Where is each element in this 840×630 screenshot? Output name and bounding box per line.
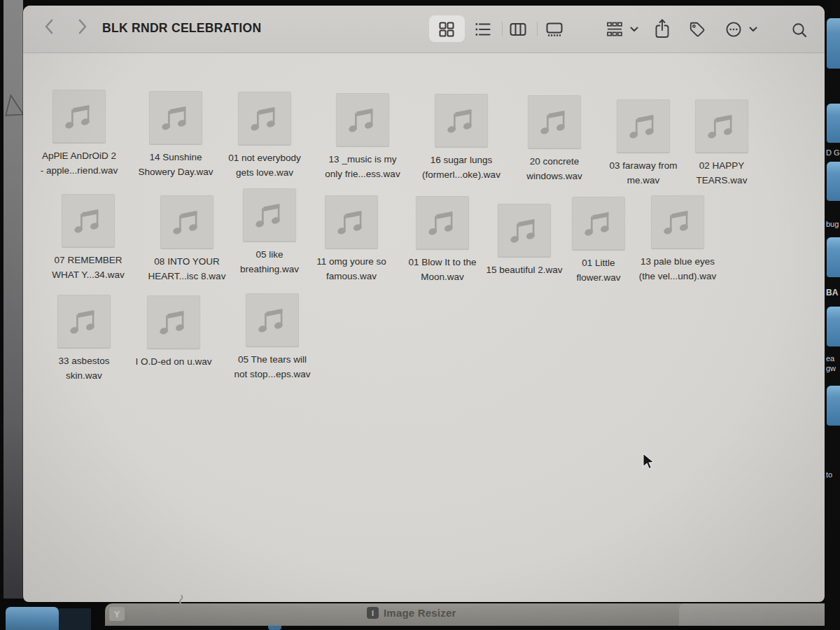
file-item[interactable]: 20 concrete windows.wav: [528, 95, 581, 148]
gallery-view-icon: [545, 20, 564, 38]
music-note-icon: [538, 108, 570, 136]
search-button[interactable]: [790, 21, 808, 39]
column-view-button[interactable]: [509, 20, 527, 38]
gallery-view-button[interactable]: [545, 20, 564, 38]
window-title: BLK RNDR CELEBRATION: [102, 21, 261, 36]
audio-file-icon: [238, 92, 291, 145]
chevron-down-icon[interactable]: [630, 27, 638, 32]
more-button[interactable]: [724, 20, 743, 38]
file-item[interactable]: 16 sugar lungs (formerl...oke).wav: [435, 94, 488, 147]
badge-y[interactable]: Y: [109, 607, 125, 621]
music-note-icon: [248, 104, 281, 132]
file-item[interactable]: I O.D-ed on u.wav: [147, 295, 200, 349]
background-app-bar[interactable]: Y I Image Resizer: [105, 603, 840, 626]
file-item[interactable]: 33 asbestos skin.wav: [57, 295, 111, 348]
file-item[interactable]: 08 INTO YOUR HEART...isc 8.wav: [160, 195, 214, 248]
chevron-down-icon[interactable]: [749, 27, 757, 32]
list-view-button[interactable]: [474, 20, 492, 38]
file-item[interactable]: 14 Sunshine Showery Day.wav: [149, 91, 202, 144]
folder-label-fragment: ea: [826, 354, 834, 363]
music-note-icon: [335, 208, 368, 236]
audio-file-icon: [528, 95, 581, 148]
audio-file-icon: [572, 197, 625, 250]
audio-file-icon: [617, 99, 670, 153]
audio-file-icon: [62, 194, 115, 247]
file-item[interactable]: 13 pale blue eyes (the vel...und).wav: [651, 195, 704, 248]
grid-view-icon: [438, 20, 456, 38]
finder-window: BLK RNDR CELEBRATION: [23, 6, 825, 602]
group-button[interactable]: [606, 20, 624, 38]
file-item[interactable]: 11 omg youre so famous.wav: [325, 195, 378, 248]
file-item[interactable]: 05 The tears will not stop...eps.wav: [246, 293, 299, 346]
tag-icon: [688, 20, 706, 38]
triangle-mark-icon: [1, 92, 24, 120]
desktop-folder-icon[interactable]: [827, 307, 840, 346]
music-note-icon: [256, 306, 288, 334]
folder-label-fragment: BA: [826, 288, 838, 298]
file-item[interactable]: 13 _music is my only frie...ess.wav: [336, 93, 389, 146]
file-item[interactable]: ApPlE AnDrOiD 2 - apple...riend.wav: [52, 90, 106, 143]
background-window-dark: [59, 608, 91, 630]
file-item[interactable]: 15 beautiful 2.wav: [498, 204, 551, 257]
folder-label-fragment: D G: [826, 148, 840, 158]
music-note-icon: [662, 208, 694, 236]
image-resizer-label: Image Resizer: [384, 607, 456, 619]
forward-button[interactable]: [72, 17, 92, 36]
desktop-folder-icon[interactable]: [827, 162, 840, 201]
desktop-bottom-area: Y I Image Resizer: [0, 598, 840, 630]
audio-file-icon: [695, 99, 748, 153]
ellipsis-circle-icon: [724, 20, 743, 38]
music-note-icon: [508, 216, 540, 244]
audio-file-icon: [149, 91, 202, 144]
music-note-icon: [706, 112, 738, 140]
group-icon: [606, 20, 624, 38]
file-name: 13 pale blue eyes (the vel...und).wav: [612, 254, 743, 284]
photographed-screen: Y I Image Resizer D G bug BA ea gw to: [0, 0, 840, 630]
music-note-icon: [171, 208, 203, 236]
music-note-icon: [253, 201, 286, 229]
music-note-icon: [158, 308, 190, 336]
desktop-right-edge: D G bug BA ea gw to: [825, 0, 840, 630]
audio-file-icon: [52, 90, 106, 143]
tags-button[interactable]: [688, 20, 706, 38]
list-view-icon: [474, 20, 492, 38]
music-note-icon: [582, 209, 615, 237]
toolbar-separator: [537, 22, 538, 36]
file-item[interactable]: 02 HAPPY TEARS.wav: [695, 99, 748, 153]
background-app-bar-light-segment: [679, 603, 840, 626]
share-button[interactable]: [653, 18, 671, 40]
file-item[interactable]: 05 like breathing.wav: [243, 188, 296, 241]
file-item[interactable]: 01 Little flower.wav: [572, 197, 625, 250]
icon-view-button[interactable]: [438, 20, 456, 38]
file-item[interactable]: 01 Blow It to the Moon.wav: [416, 196, 469, 249]
background-window-blue[interactable]: [6, 607, 59, 630]
mouse-cursor-icon: [642, 453, 659, 471]
image-resizer-tab[interactable]: I Image Resizer: [367, 607, 456, 619]
file-item[interactable]: 07 REMEMBER WHAT Y...34.wav: [62, 194, 115, 247]
screen-scratch-mark: [175, 594, 189, 608]
image-resizer-icon: I: [367, 607, 379, 619]
file-item[interactable]: 03 faraway from me.wav: [617, 99, 670, 153]
music-note-icon: [63, 102, 95, 130]
audio-file-icon: [57, 295, 111, 348]
chevron-left-icon: [46, 20, 52, 33]
file-item[interactable]: 01 not everybody gets love.wav: [238, 92, 291, 145]
back-button[interactable]: [40, 17, 59, 36]
audio-file-icon: [416, 196, 469, 249]
desktop-folder-icon[interactable]: [827, 237, 840, 277]
desktop-folder-icon[interactable]: [827, 104, 840, 143]
audio-file-icon: [243, 188, 296, 241]
toolbar-separator: [502, 22, 503, 36]
music-note-icon: [160, 104, 192, 132]
column-view-icon: [509, 20, 527, 38]
share-icon: [653, 18, 671, 40]
audio-file-icon: [651, 195, 704, 248]
desktop-folder-icon[interactable]: [827, 18, 840, 69]
audio-file-icon: [246, 293, 299, 346]
desktop-folder-icon[interactable]: [827, 386, 840, 426]
audio-file-icon: [435, 94, 488, 147]
search-icon: [790, 21, 808, 39]
music-note-icon: [445, 106, 477, 134]
screen-edge-left: [4, 0, 23, 602]
audio-file-icon: [325, 195, 378, 248]
